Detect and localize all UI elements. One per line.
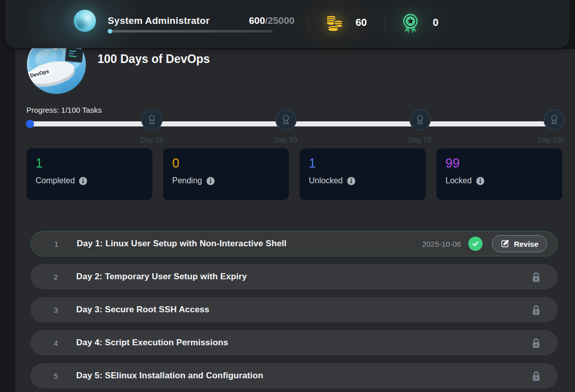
xp-total: /25000 [265, 15, 295, 26]
task-title: Day 3: Secure Root SSH Access [76, 305, 209, 315]
xp-current: 600 [249, 15, 265, 26]
task-row-day-4[interactable]: 4 Day 4: Script Execution Permissions [30, 330, 558, 355]
profile-avatar[interactable] [74, 10, 96, 32]
stat-card-locked: 99 Locked [436, 148, 562, 200]
day-label-75: Day 75 [409, 136, 431, 144]
milestone-day-25 [141, 109, 163, 130]
day-label-50: Day 50 [275, 136, 297, 144]
profile-name: System Administrator [108, 15, 210, 26]
medal-icon [400, 12, 421, 35]
day-label-25: Day 25 [141, 136, 163, 144]
task-row-day-5[interactable]: 5 Day 5: SElinux Installation and Config… [30, 363, 558, 388]
stat-value: 0 [172, 156, 289, 171]
stat-label: Unlocked [309, 176, 343, 185]
milestone-day-50 [275, 109, 297, 130]
task-title: Day 1: Linux User Setup with Non-Interac… [77, 239, 286, 249]
badge-monitor-shape [65, 47, 84, 62]
revise-button[interactable]: Revise [492, 235, 547, 252]
task-title: Day 5: SElinux Installation and Configur… [76, 371, 263, 381]
task-number: 4 [50, 339, 62, 347]
task-number: 1 [50, 240, 62, 248]
stat-value: 1 [309, 156, 426, 171]
task-number: 2 [50, 273, 62, 281]
award-icon [280, 114, 292, 125]
lock-icon [531, 304, 541, 316]
milestone-day-100 [544, 109, 565, 130]
edit-icon [500, 239, 509, 248]
header-bar: System Administrator 600/25000 60 0 [5, 0, 570, 48]
task-title: Day 2: Temporary User Setup with Expiry [76, 272, 247, 282]
course-title: 100 Days of DevOps [98, 52, 210, 66]
info-icon[interactable] [347, 177, 356, 185]
task-row-day-2[interactable]: 2 Day 2: Temporary User Setup with Expir… [30, 264, 558, 289]
stat-card-pending: 0 Pending [163, 148, 289, 200]
task-title: Day 4: Script Execution Permissions [76, 338, 228, 348]
award-icon [146, 114, 157, 125]
award-icon [414, 114, 426, 125]
task-date: 2025-10-06 [422, 240, 461, 248]
stat-value: 99 [445, 156, 562, 171]
xp-counter: 600/25000 [249, 15, 295, 26]
header-divider [308, 17, 309, 31]
award-icon [549, 114, 560, 125]
medals-count: 0 [433, 17, 438, 28]
xp-progress-bar [108, 30, 273, 32]
stat-label: Pending [172, 176, 202, 185]
stat-label: Completed [36, 176, 75, 185]
progress-label: Progress: 1/100 Tasks [26, 106, 102, 114]
stat-value: 1 [36, 156, 152, 171]
day-label-100: Day 100 [538, 136, 564, 144]
stat-label: Locked [445, 176, 472, 185]
lock-icon [531, 271, 541, 283]
stat-card-unlocked: 1 Unlocked [300, 148, 426, 200]
task-row-day-3[interactable]: 3 Day 3: Secure Root SSH Access [30, 297, 558, 322]
lock-icon [531, 370, 541, 382]
info-icon[interactable] [206, 177, 215, 185]
xp-progress-dot [108, 29, 112, 34]
stat-card-completed: 1 Completed [26, 148, 152, 200]
check-icon [468, 237, 483, 251]
coins-count: 60 [356, 17, 367, 28]
lock-icon [531, 337, 541, 349]
info-icon[interactable] [79, 177, 87, 185]
task-row-day-1[interactable]: 1 Day 1: Linux User Setup with Non-Inter… [30, 231, 558, 256]
milestone-day-75 [409, 109, 431, 130]
progress-indicator-dot [26, 120, 34, 128]
header-divider [385, 17, 386, 31]
task-number: 5 [50, 372, 62, 380]
info-icon[interactable] [476, 177, 485, 185]
coins-icon [324, 14, 344, 33]
task-number: 3 [50, 306, 62, 314]
revise-label: Revise [514, 240, 538, 248]
